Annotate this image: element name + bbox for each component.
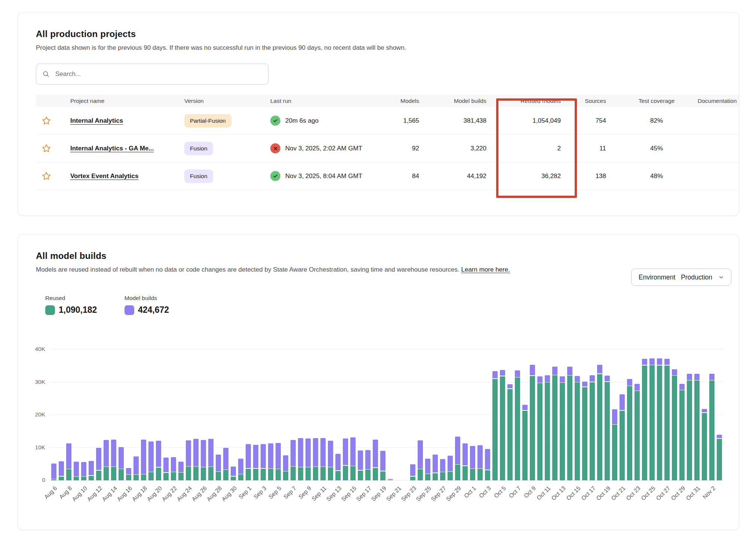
reused-bar-segment[interactable] bbox=[358, 471, 363, 480]
model-builds-bar-segment[interactable] bbox=[664, 359, 670, 365]
model-builds-bar-segment[interactable] bbox=[313, 438, 318, 467]
reused-bar-segment[interactable] bbox=[111, 467, 116, 480]
model-builds-bar-segment[interactable] bbox=[567, 367, 572, 375]
project-name-link[interactable]: Vortex Event Analytics bbox=[70, 172, 138, 180]
model-builds-bar-segment[interactable] bbox=[545, 375, 550, 382]
reused-bar-segment[interactable] bbox=[687, 380, 692, 480]
favorite-star-icon[interactable] bbox=[36, 116, 56, 126]
reused-bar-segment[interactable] bbox=[425, 474, 430, 480]
model-builds-bar-segment[interactable] bbox=[193, 439, 199, 466]
reused-bar-segment[interactable] bbox=[530, 376, 535, 480]
model-builds-bar-segment[interactable] bbox=[433, 455, 438, 473]
model-builds-bar-segment[interactable] bbox=[365, 450, 371, 469]
model-builds-bar-segment[interactable] bbox=[216, 455, 221, 471]
reused-bar-segment[interactable] bbox=[388, 480, 393, 480]
reused-bar-segment[interactable] bbox=[440, 472, 445, 480]
model-builds-bar-segment[interactable] bbox=[522, 405, 528, 410]
model-builds-bar-segment[interactable] bbox=[605, 376, 610, 381]
model-builds-bar-segment[interactable] bbox=[156, 441, 161, 467]
model-builds-bar-segment[interactable] bbox=[89, 461, 94, 476]
model-builds-bar-segment[interactable] bbox=[537, 376, 543, 383]
reused-bar-segment[interactable] bbox=[201, 467, 206, 480]
reused-bar-segment[interactable] bbox=[634, 391, 640, 480]
model-builds-bar-segment[interactable] bbox=[291, 440, 296, 466]
reused-bar-segment[interactable] bbox=[268, 469, 273, 480]
reused-bar-segment[interactable] bbox=[208, 467, 213, 480]
reused-bar-segment[interactable] bbox=[545, 382, 550, 480]
reused-bar-segment[interactable] bbox=[470, 469, 475, 480]
model-builds-bar-segment[interactable] bbox=[208, 439, 213, 467]
reused-bar-segment[interactable] bbox=[477, 469, 483, 480]
reused-bar-segment[interactable] bbox=[560, 383, 565, 480]
model-builds-bar-segment[interactable] bbox=[575, 376, 580, 382]
reused-bar-segment[interactable] bbox=[133, 475, 139, 480]
reused-bar-segment[interactable] bbox=[627, 386, 632, 480]
model-builds-bar-segment[interactable] bbox=[298, 438, 303, 467]
model-builds-bar-segment[interactable] bbox=[66, 443, 71, 469]
environment-dropdown[interactable]: Environment Production bbox=[631, 269, 731, 286]
model-builds-bar-segment[interactable] bbox=[702, 409, 707, 413]
reused-bar-segment[interactable] bbox=[433, 473, 438, 480]
reused-bar-segment[interactable] bbox=[575, 382, 580, 480]
model-builds-bar-segment[interactable] bbox=[530, 365, 535, 376]
reused-bar-segment[interactable] bbox=[216, 472, 221, 480]
model-builds-bar-segment[interactable] bbox=[620, 394, 625, 410]
reused-bar-segment[interactable] bbox=[567, 376, 572, 480]
model-builds-bar-segment[interactable] bbox=[74, 462, 79, 476]
reused-bar-segment[interactable] bbox=[59, 477, 64, 481]
reused-bar-segment[interactable] bbox=[66, 469, 71, 480]
model-builds-bar-segment[interactable] bbox=[268, 443, 273, 468]
reused-bar-segment[interactable] bbox=[171, 472, 176, 480]
reused-bar-segment[interactable] bbox=[620, 411, 625, 480]
model-builds-bar-segment[interactable] bbox=[119, 447, 124, 469]
model-builds-bar-segment[interactable] bbox=[470, 446, 475, 468]
model-builds-bar-segment[interactable] bbox=[335, 454, 341, 471]
reused-bar-segment[interactable] bbox=[119, 469, 124, 480]
model-builds-bar-segment[interactable] bbox=[253, 445, 258, 468]
search-box[interactable] bbox=[36, 64, 268, 85]
reused-bar-segment[interactable] bbox=[672, 376, 677, 480]
reused-bar-segment[interactable] bbox=[552, 375, 557, 480]
model-builds-bar-segment[interactable] bbox=[582, 382, 587, 386]
model-builds-bar-segment[interactable] bbox=[126, 468, 131, 474]
reused-bar-segment[interactable] bbox=[709, 380, 714, 480]
reused-bar-segment[interactable] bbox=[104, 467, 109, 480]
reused-bar-segment[interactable] bbox=[649, 365, 655, 480]
model-builds-bar-segment[interactable] bbox=[380, 451, 385, 471]
model-builds-bar-segment[interactable] bbox=[634, 384, 640, 391]
reused-bar-segment[interactable] bbox=[448, 472, 453, 480]
reused-bar-segment[interactable] bbox=[283, 471, 288, 480]
model-builds-bar-segment[interactable] bbox=[320, 438, 326, 467]
reused-bar-segment[interactable] bbox=[590, 382, 595, 481]
model-builds-bar-segment[interactable] bbox=[627, 379, 632, 386]
model-builds-bar-segment[interactable] bbox=[552, 367, 557, 375]
model-builds-bar-segment[interactable] bbox=[343, 438, 348, 465]
reused-bar-segment[interactable] bbox=[350, 466, 356, 480]
reused-bar-segment[interactable] bbox=[291, 467, 296, 480]
reused-bar-segment[interactable] bbox=[500, 376, 505, 480]
model-builds-bar-segment[interactable] bbox=[590, 375, 595, 382]
model-builds-bar-segment[interactable] bbox=[373, 440, 378, 467]
model-builds-bar-segment[interactable] bbox=[649, 358, 655, 365]
reused-bar-segment[interactable] bbox=[537, 383, 543, 480]
model-builds-bar-segment[interactable] bbox=[104, 440, 109, 467]
learn-more-link[interactable]: Learn more here. bbox=[461, 266, 510, 273]
model-builds-bar-segment[interactable] bbox=[425, 459, 430, 474]
model-builds-bar-segment[interactable] bbox=[672, 369, 677, 375]
reused-bar-segment[interactable] bbox=[373, 468, 378, 480]
model-builds-bar-segment[interactable] bbox=[358, 450, 363, 470]
model-builds-bar-segment[interactable] bbox=[477, 445, 483, 468]
favorite-star-icon[interactable] bbox=[36, 143, 56, 154]
model-builds-bar-segment[interactable] bbox=[515, 370, 520, 377]
reused-bar-segment[interactable] bbox=[320, 467, 326, 480]
reused-bar-segment[interactable] bbox=[657, 366, 662, 480]
model-builds-bar-segment[interactable] bbox=[597, 365, 602, 374]
reused-bar-segment[interactable] bbox=[462, 466, 468, 481]
reused-bar-segment[interactable] bbox=[81, 477, 86, 480]
reused-bar-segment[interactable] bbox=[231, 477, 236, 481]
model-builds-bar-segment[interactable] bbox=[492, 371, 498, 378]
reused-bar-segment[interactable] bbox=[246, 469, 251, 481]
model-builds-bar-segment[interactable] bbox=[163, 458, 169, 472]
model-builds-bar-segment[interactable] bbox=[171, 457, 176, 472]
reused-bar-segment[interactable] bbox=[694, 380, 700, 480]
